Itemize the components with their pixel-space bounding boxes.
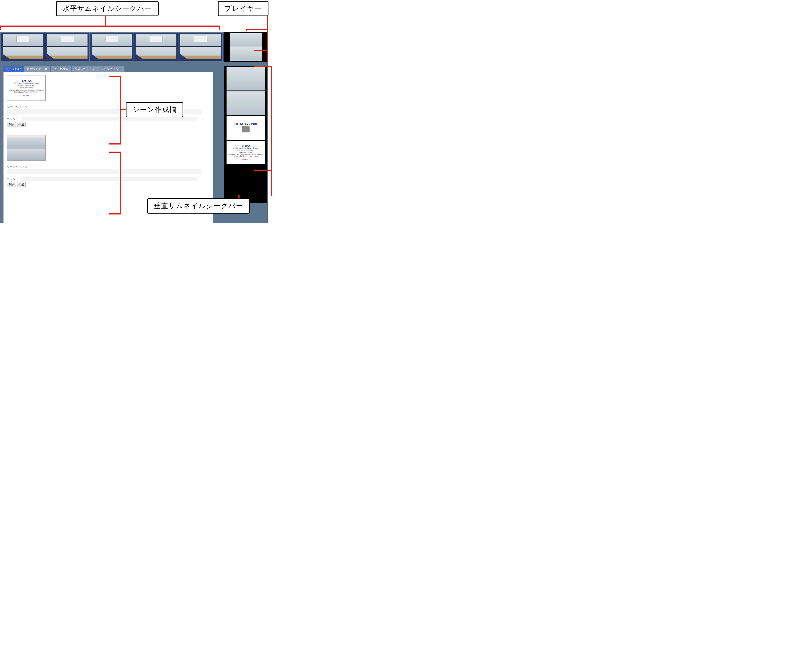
camera-icon	[242, 126, 250, 133]
vertical-thumb[interactable]	[227, 91, 265, 115]
tab-created-scenes[interactable]: 作成したシーン	[72, 66, 98, 72]
comment-label: コメント：	[7, 117, 22, 121]
scene-title-input[interactable]	[7, 169, 201, 174]
vertical-thumb-slide-flyspec[interactable]: FLYSPEC A Multi-user Video Camera System…	[227, 141, 265, 164]
tab-recent-videos[interactable]: 最近見たビデオ	[24, 66, 50, 72]
slide-sub: A Multi-user Video Camera System	[14, 82, 39, 84]
slide-title: The FlySPEC Camera	[234, 123, 257, 125]
comment-input[interactable]	[22, 117, 198, 121]
horizontal-thumb[interactable]	[90, 33, 134, 61]
scene-thumbnail[interactable]	[7, 135, 46, 161]
create-button[interactable]: 作成	[17, 122, 26, 127]
callout-scene-create: シーン作成欄	[126, 102, 183, 117]
scene-title-label: シーンタイトル：	[7, 165, 210, 169]
delete-button[interactable]: 削除	[7, 122, 16, 127]
tab-bar: シーン作成 最近見たビデオ ビデオ検索 作成したシーン シーンコメント	[3, 66, 213, 72]
slide-logo: FX PAL	[242, 158, 249, 160]
slide-title: FLYSPEC	[241, 145, 251, 147]
horizontal-thumb[interactable]	[1, 33, 45, 61]
scene-form-block: シーンタイトル： コメント： 削除 作成	[7, 135, 210, 187]
callout-vertical-seekbar: 垂直サムネイルシークバー	[147, 198, 250, 214]
slide-sub: Automatic Control	[20, 87, 33, 89]
comment-input[interactable]	[22, 177, 198, 181]
vertical-thumb[interactable]	[227, 67, 265, 91]
app-window: The FlySPEC Camera FLYSPEC A Multi-user …	[0, 32, 268, 224]
slide-sub: A Multi-user Video Camera System	[233, 147, 258, 149]
delete-button[interactable]: 削除	[7, 182, 16, 187]
scene-form-block: FLYSPEC A Multi-user Video Camera System…	[7, 75, 210, 127]
tab-video-search[interactable]: ビデオ検索	[51, 66, 71, 72]
comment-label: コメント：	[7, 177, 22, 181]
slide-sub: with Hybrid Human and	[238, 150, 254, 151]
scene-thumbnail[interactable]: FLYSPEC A Multi-user Video Camera System…	[7, 75, 46, 101]
tab-scene-create[interactable]: シーン作成	[3, 66, 24, 72]
slide-title: FLYSPEC	[21, 79, 32, 82]
callout-player: プレイヤー	[218, 1, 268, 16]
tab-scene-comments[interactable]: シーンコメント	[98, 66, 124, 72]
vertical-thumb-slide-camera[interactable]: The FlySPEC Camera	[227, 116, 265, 140]
slide-authors: Chunyuan Liao, Qiong Liu, Don Kimber, Jo…	[7, 89, 45, 93]
vertical-thumbnail-seekbar[interactable]: The FlySPEC Camera FLYSPEC A Multi-user …	[224, 66, 267, 203]
create-button[interactable]: 作成	[17, 182, 26, 187]
slide-authors: Chunyuan Liao, Qiong Liu, Don Kimber, Jo…	[227, 154, 264, 157]
horizontal-thumb[interactable]	[134, 33, 178, 61]
horizontal-thumb[interactable]	[179, 33, 222, 61]
slide-logo: FX PAL	[23, 94, 29, 97]
slide-sub: with Hybrid Human and	[18, 85, 35, 86]
video-player[interactable]	[224, 32, 267, 62]
callout-horizontal-seekbar: 水平サムネイルシークバー	[56, 1, 159, 16]
horizontal-thumb[interactable]	[45, 33, 89, 61]
slide-sub: Automatic Control	[239, 152, 252, 153]
